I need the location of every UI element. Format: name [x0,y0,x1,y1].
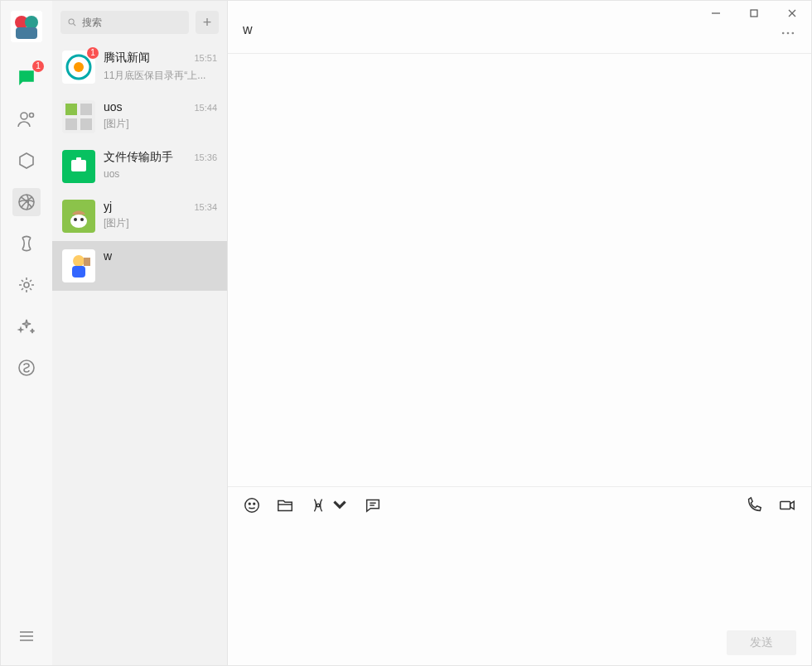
svg-rect-16 [65,104,77,115]
svg-rect-17 [80,104,92,115]
message-input[interactable] [243,529,796,596]
conv-time: 15:34 [194,202,217,212]
svg-point-12 [69,19,74,24]
search-box[interactable] [60,11,189,34]
window-close[interactable] [773,1,811,26]
nav-miniprograms[interactable] [12,354,41,382]
svg-rect-21 [76,157,81,162]
voice-call-icon[interactable] [745,496,763,514]
conv-name: uos [104,100,123,113]
conv-avatar [62,249,95,282]
search-row: + [52,1,227,42]
conv-avatar [62,150,95,183]
svg-point-35 [245,498,259,512]
nav-discover[interactable] [12,271,41,299]
conv-preview: [图片] [104,216,217,230]
nav-sidebar: 1 [1,1,52,665]
conversation-item-4[interactable]: w [52,241,227,291]
svg-point-25 [73,255,85,267]
message-list [228,54,811,486]
screenshot-icon[interactable] [309,496,349,514]
nav-contacts[interactable] [12,105,41,133]
conv-time: 15:51 [194,53,217,63]
conv-avatar [62,200,95,233]
conv-time: 15:36 [194,152,217,162]
emoji-icon[interactable] [243,496,261,514]
file-icon[interactable] [276,496,294,514]
svg-point-37 [254,503,255,504]
conv-preview: [图片] [104,117,217,131]
conv-name: 腾讯新闻 [104,51,150,65]
conversation-list: 1 腾讯新闻 15:51 11月底医保目录再“上... uos 15:44 [52,42,227,665]
conv-preview: uos [104,168,217,180]
chevron-down-icon [331,496,349,514]
chat-titlebar: w [228,1,811,54]
input-toolbar [228,486,811,523]
svg-point-34 [792,32,795,35]
svg-point-7 [24,282,29,287]
window-controls [697,1,811,26]
svg-line-13 [74,24,76,27]
svg-point-5 [30,113,34,118]
svg-point-36 [249,503,250,504]
nav-favorites[interactable] [12,147,41,175]
chat-title: w [243,22,253,37]
conv-preview: 11月底医保目录再“上... [104,69,217,83]
nav-channels[interactable] [12,229,41,258]
search-input[interactable] [82,17,182,28]
svg-rect-20 [71,160,86,171]
app-root: 1 + [0,0,812,666]
conversation-panel: + 1 腾讯新闻 15:51 11月底医保目录再“上... [52,1,228,665]
window-minimize[interactable] [697,1,735,26]
svg-point-23 [74,218,77,221]
nav-chat[interactable]: 1 [12,64,41,92]
svg-point-2 [25,16,38,29]
svg-point-24 [80,218,84,221]
search-icon [67,17,77,28]
conversation-item-2[interactable]: 文件传输助手 15:36 uos [52,142,227,191]
svg-rect-27 [84,258,90,266]
conv-time: 15:44 [194,103,217,113]
conversation-item-3[interactable]: yj 15:34 [图片] [52,191,227,241]
send-row: 发送 [228,630,811,665]
conv-avatar [62,100,95,133]
conv-name: yj [104,200,112,213]
window-maximize[interactable] [735,1,773,26]
svg-point-32 [782,32,785,35]
svg-rect-19 [80,118,92,130]
conversation-item-0[interactable]: 1 腾讯新闻 15:51 11月底医保目录再“上... [52,42,227,92]
video-call-icon[interactable] [778,496,796,514]
svg-point-39 [317,504,320,507]
plus-icon: + [203,14,212,31]
conversation-item-1[interactable]: uos 15:44 [图片] [52,92,227,142]
send-button[interactable]: 发送 [727,630,796,655]
svg-rect-26 [72,266,85,278]
svg-rect-3 [16,27,37,39]
svg-rect-42 [781,501,790,509]
nav-sparkle[interactable] [12,312,41,340]
nav-moments[interactable] [12,188,41,216]
user-avatar[interactable] [11,11,42,42]
chat-more-button[interactable] [780,25,796,45]
conv-name: w [104,249,112,263]
svg-point-22 [70,215,87,228]
chat-history-icon[interactable] [364,496,382,514]
nav-chat-badge: 1 [32,60,44,72]
conv-name: 文件传输助手 [104,150,173,165]
nav-menu[interactable] [12,622,41,650]
svg-point-4 [21,113,27,119]
message-input-area [228,523,811,630]
svg-rect-29 [751,10,757,17]
svg-point-33 [787,32,790,35]
svg-point-15 [74,62,84,72]
chat-area: w 发送 [228,1,811,665]
svg-rect-18 [65,118,77,130]
add-button[interactable]: + [196,11,219,34]
conv-badge: 1 [87,47,99,59]
